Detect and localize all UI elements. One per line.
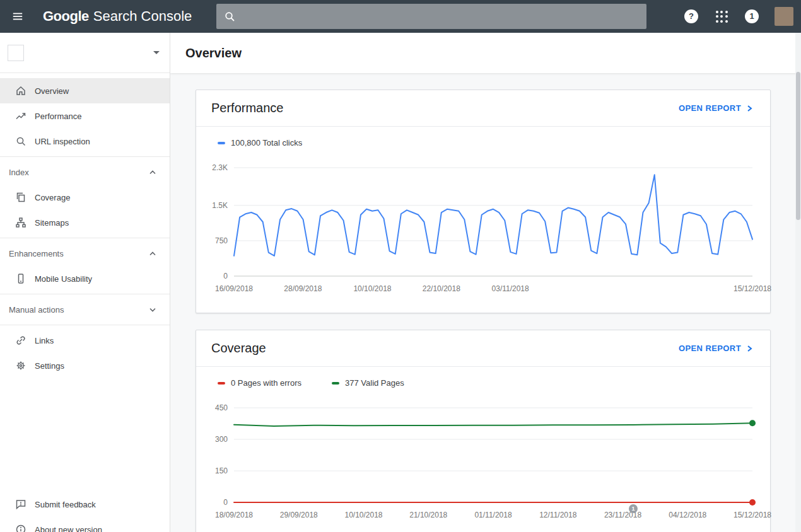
legend-label: 0 Pages with errors — [231, 378, 301, 388]
page-header: Overview — [170, 33, 801, 73]
search-icon — [224, 11, 235, 22]
y-axis-tick: 450 — [215, 403, 228, 412]
sidebar-item-url-inspection[interactable]: URL inspection — [0, 129, 170, 154]
chevron-up-icon — [147, 248, 158, 259]
help-button[interactable]: ? — [679, 4, 704, 29]
sidebar-item-submit-feedback[interactable]: Submit feedback — [0, 492, 170, 517]
x-axis-tick: 29/09/2018 — [280, 511, 318, 519]
sidebar-item-mobile-usability[interactable]: Mobile Usability — [0, 266, 170, 291]
chevron-right-icon — [744, 343, 755, 354]
y-axis-tick: 2.3K — [212, 163, 228, 172]
performance-card: Performance OPEN REPORT 100,800 Total cl… — [196, 90, 771, 313]
top-app-bar: Google Search Console ? 1 — [0, 0, 801, 33]
performance-legend: 100,800 Total clicks — [218, 138, 761, 147]
sidebar-item-label: Links — [35, 336, 54, 345]
hamburger-icon — [12, 11, 23, 22]
divider — [0, 294, 170, 294]
legend-dash-icon — [218, 142, 225, 144]
topbar-actions: ? 1 — [679, 4, 801, 29]
open-report-label: OPEN REPORT — [679, 103, 741, 113]
performance-open-report-link[interactable]: OPEN REPORT — [679, 103, 755, 114]
y-axis-tick: 300 — [215, 435, 228, 444]
google-logo-text: Google — [43, 8, 89, 25]
divider — [0, 325, 170, 325]
x-axis-tick: 10/10/2018 — [344, 511, 382, 519]
apps-grid-icon — [716, 11, 728, 23]
x-axis-tick: 28/09/2018 — [284, 284, 322, 293]
x-axis-tick: 10/10/2018 — [353, 284, 391, 293]
coverage-card-header: Coverage OPEN REPORT — [196, 330, 770, 367]
coverage-x-axis: 18/09/201829/09/201810/10/201821/10/2018… — [234, 502, 752, 526]
performance-plot-area — [234, 168, 752, 276]
sidebar-item-label: Submit feedback — [35, 500, 96, 509]
hamburger-menu-button[interactable] — [0, 0, 35, 33]
info-icon — [15, 524, 26, 532]
chart-annotation-marker[interactable]: 1 — [629, 504, 638, 513]
product-logo[interactable]: Google Search Console — [35, 8, 216, 25]
coverage-open-report-link[interactable]: OPEN REPORT — [679, 343, 755, 354]
performance-y-axis: 07501.5K2.3K — [211, 168, 234, 276]
sidebar-item-label: Overview — [35, 86, 69, 96]
sidebar-item-overview[interactable]: Overview — [0, 78, 170, 103]
sidebar-footer: Submit feedback About new version Go to … — [0, 492, 170, 532]
search-input[interactable] — [242, 11, 639, 23]
performance-chart: 07501.5K2.3K 16/09/201828/09/201810/10/2… — [211, 168, 761, 300]
x-axis-tick: 21/10/2018 — [409, 511, 447, 519]
sidebar-item-sitemaps[interactable]: Sitemaps — [0, 210, 170, 235]
magnifier-icon — [15, 136, 26, 147]
sidebar-nav: Overview Performance URL inspection Inde… — [0, 73, 170, 532]
apps-grid-button[interactable] — [709, 4, 734, 29]
sidebar-item-label: Performance — [35, 112, 81, 121]
coverage-card: Coverage OPEN REPORT 0 Pages with errors — [196, 330, 771, 532]
performance-x-axis: 16/09/201828/09/201810/10/201822/10/2018… — [234, 276, 752, 300]
legend-item-pages-with-errors: 0 Pages with errors — [218, 378, 301, 388]
coverage-plot-area — [234, 408, 752, 502]
coverage-card-body: 0 Pages with errors 377 Valid Pages 0150… — [196, 367, 770, 532]
divider — [0, 238, 170, 238]
page-title: Overview — [185, 46, 242, 61]
property-search-box[interactable] — [216, 4, 646, 29]
sidebar-item-links[interactable]: Links — [0, 328, 170, 353]
legend-item-valid-pages: 377 Valid Pages — [332, 378, 404, 388]
section-label: Enhancements — [9, 249, 64, 258]
sidebar-item-coverage[interactable]: Coverage — [0, 185, 170, 210]
sidebar-section-manual-actions[interactable]: Manual actions — [0, 297, 170, 322]
x-axis-tick: 12/11/2018 — [539, 511, 576, 519]
legend-dash-icon — [218, 382, 225, 385]
series-line — [234, 423, 752, 426]
divider — [0, 156, 170, 157]
section-label: Manual actions — [9, 305, 64, 315]
sidebar-section-index[interactable]: Index — [0, 159, 170, 185]
x-axis-tick: 15/12/2018 — [734, 511, 771, 519]
page-scrollbar — [795, 33, 801, 532]
performance-card-title: Performance — [211, 101, 284, 115]
sidebar-item-label: Settings — [35, 361, 64, 371]
x-axis-tick: 04/12/2018 — [669, 511, 706, 519]
product-name-text: Search Console — [93, 8, 192, 25]
legend-dash-icon — [332, 382, 339, 385]
sidebar-item-settings[interactable]: Settings — [0, 353, 170, 378]
x-axis-tick: 22/10/2018 — [423, 284, 460, 293]
home-icon — [15, 85, 26, 96]
performance-card-header: Performance OPEN REPORT — [196, 90, 770, 127]
property-selector[interactable] — [0, 33, 170, 73]
main-content: Overview Performance OPEN REPORT — [170, 33, 801, 532]
links-icon — [15, 335, 26, 346]
y-axis-tick: 1.5K — [212, 201, 228, 210]
sidebar-section-enhancements[interactable]: Enhancements — [0, 241, 170, 266]
sidebar-item-performance[interactable]: Performance — [0, 103, 170, 129]
sitemap-tree-icon — [15, 217, 26, 228]
account-avatar[interactable] — [775, 7, 793, 26]
section-label: Index — [9, 168, 29, 177]
sidebar-item-about-new-version[interactable]: About new version — [0, 517, 170, 532]
property-favicon — [8, 45, 24, 61]
chevron-up-icon — [147, 166, 158, 178]
series-end-dot — [749, 420, 756, 426]
scrollbar-thumb[interactable] — [796, 72, 800, 220]
coverage-chart: 0150300450 18/09/201829/09/201810/10/201… — [211, 408, 761, 526]
series-line — [234, 175, 752, 256]
x-axis-tick: 15/12/2018 — [734, 284, 771, 293]
notifications-button[interactable]: 1 — [739, 4, 764, 29]
smartphone-icon — [15, 273, 26, 284]
y-axis-tick: 150 — [215, 466, 228, 475]
